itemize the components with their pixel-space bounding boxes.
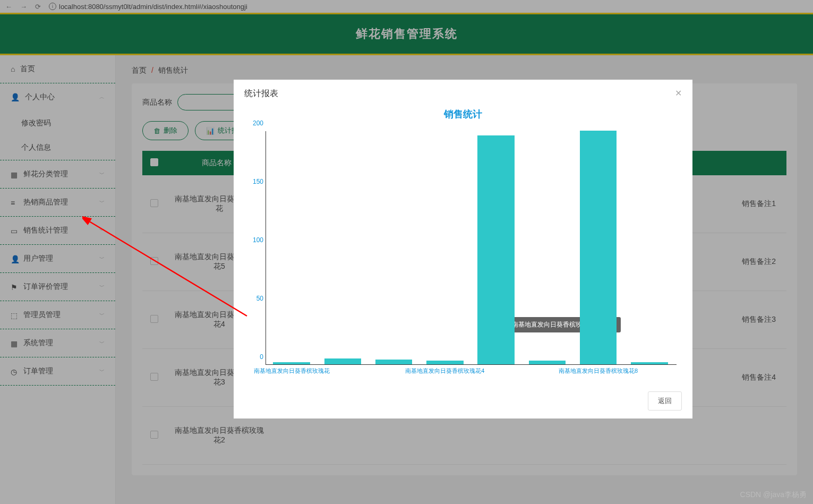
chart-plot: 南基地直发向日葵香槟玫瑰花6：196 050100150200南基地直发向日葵香… [266,131,677,365]
stats-modal: 统计报表 ✕ 销售统计 南基地直发向日葵香槟玫瑰花6：196 050100150… [234,80,692,418]
close-icon[interactable]: ✕ [675,88,682,99]
chart-bar[interactable] [426,361,463,364]
watermark: CSDN @java李杨勇 [740,490,807,500]
y-axis-tick: 50 [245,295,263,302]
y-axis-tick: 0 [245,353,263,361]
chart-bar[interactable] [529,361,566,364]
chart-area: 南基地直发向日葵香槟玫瑰花6：196 050100150200南基地直发向日葵香… [234,131,692,386]
x-axis-label: 南基地直发向日葵香槟玫瑰花 [254,367,330,375]
x-axis-label: 南基地直发向日葵香槟玫瑰花8 [559,367,638,375]
return-button[interactable]: 返回 [648,391,682,411]
chart-bar[interactable] [631,362,667,364]
chart-bar[interactable] [375,360,412,364]
chart-bar[interactable] [324,358,361,364]
chart-bar[interactable] [477,135,514,364]
modal-title: 统计报表 [244,88,278,99]
y-axis-tick: 150 [245,178,263,185]
chart-bar[interactable] [580,131,617,364]
x-axis-label: 南基地直发向日葵香槟玫瑰花4 [405,367,484,375]
y-axis-tick: 100 [245,236,263,244]
chart-bar[interactable] [273,362,310,364]
y-axis-tick: 200 [245,119,263,127]
chart-title: 销售统计 [234,108,692,121]
